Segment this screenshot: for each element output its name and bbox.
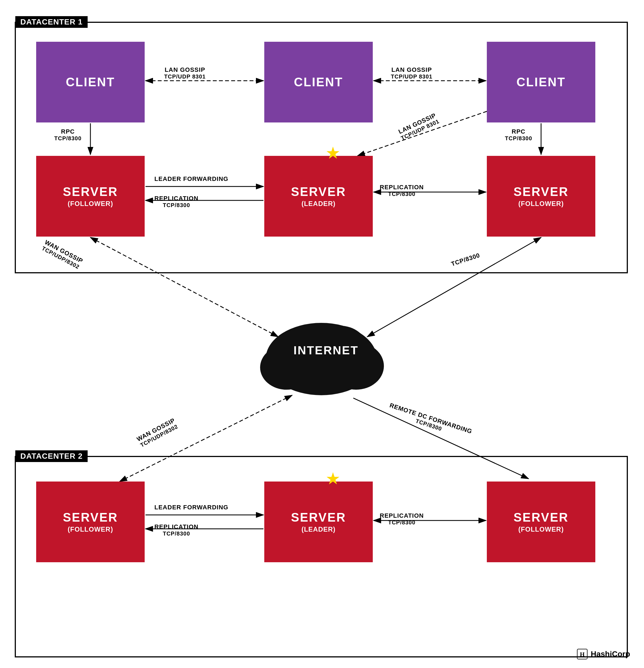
server-dc1-follower-right-label: SERVER <box>514 185 569 199</box>
client1-label: CLIENT <box>66 75 115 89</box>
svg-point-15 <box>266 323 377 395</box>
server-dc2-leader-label: SERVER <box>291 511 346 525</box>
server-dc1-follower-right: SERVER (FOLLOWER) <box>487 156 595 237</box>
lan-gossip-text-1: LAN GOSSIP <box>165 66 205 73</box>
server-dc2-leader: SERVER (LEADER) <box>264 482 373 562</box>
leader-fwd-dc1-text: LEADER FORWARDING <box>154 175 229 182</box>
replication-dc1-right-text: REPLICATION <box>380 184 424 191</box>
replication-dc2-left: REPLICATION TCP/8300 <box>154 523 198 537</box>
replication-dc2-right-port: TCP/8300 <box>380 519 424 526</box>
server-dc1-follower-right-subtitle: (FOLLOWER) <box>518 200 564 208</box>
internet-label: INTERNET <box>294 344 359 357</box>
client3-box: CLIENT <box>487 42 595 122</box>
rpc-label-1: RPC TCP/8300 <box>54 128 81 142</box>
leader-fwd-dc2-text: LEADER FORWARDING <box>154 504 229 511</box>
client1-box: CLIENT <box>36 42 145 122</box>
server-dc1-leader: SERVER (LEADER) <box>264 156 373 237</box>
server-dc2-follower-right-label: SERVER <box>514 511 569 525</box>
server-dc1-follower-left-subtitle: (FOLLOWER) <box>67 200 113 208</box>
wan-gossip-dc1: WAN GOSSIP TCP/UDP/8302 <box>40 239 84 271</box>
rpc-port-1: TCP/8300 <box>54 135 81 142</box>
replication-dc2-right-text: REPLICATION <box>380 512 424 519</box>
svg-text:H: H <box>580 651 585 658</box>
replication-dc1-right: REPLICATION TCP/8300 <box>380 184 424 197</box>
replication-dc1-left: REPLICATION TCP/8300 <box>154 195 198 209</box>
svg-line-13 <box>90 238 278 337</box>
server-dc2-follower-right-subtitle: (FOLLOWER) <box>518 526 564 533</box>
tcp8300-dc1-right: TCP/8300 <box>450 252 481 268</box>
rpc-text-2: RPC <box>512 128 525 135</box>
server-dc2-follower-left-label: SERVER <box>63 511 118 525</box>
replication-dc1-right-port: TCP/8300 <box>380 191 424 197</box>
client2-label: CLIENT <box>294 75 343 89</box>
replication-dc2-right: REPLICATION TCP/8300 <box>380 512 424 526</box>
lan-gossip-diagonal: LAN GOSSIP TCP/UDP 8301 <box>397 111 440 142</box>
server-dc2-follower-left-subtitle: (FOLLOWER) <box>67 526 113 533</box>
server-dc1-follower-left: SERVER (FOLLOWER) <box>36 156 145 237</box>
client2-box: CLIENT <box>264 42 373 122</box>
tcp8300-dc1-right-text: TCP/8300 <box>450 252 481 268</box>
replication-dc1-left-text: REPLICATION <box>154 195 198 202</box>
datacenter2-label: DATACENTER 2 <box>15 450 88 462</box>
server-dc2-leader-subtitle: (LEADER) <box>301 526 336 533</box>
hashicorp-icon: H <box>577 649 588 660</box>
replication-dc1-left-port: TCP/8300 <box>154 202 198 209</box>
lan-gossip-port-2: TCP/UDP 8301 <box>391 74 432 80</box>
dc2-leader-star: ★ <box>326 470 341 487</box>
client3-label: CLIENT <box>517 75 566 89</box>
wan-gossip-dc2: WAN GOSSIP TCP/UDP/8302 <box>136 417 179 449</box>
svg-line-21 <box>353 398 529 479</box>
lan-gossip-port-1: TCP/UDP 8301 <box>164 74 206 80</box>
replication-dc2-left-port: TCP/8300 <box>154 531 198 537</box>
leader-forwarding-dc2: LEADER FORWARDING <box>154 504 229 511</box>
datacenter1-label: DATACENTER 1 <box>15 16 88 28</box>
hashicorp-text: HashiCorp <box>591 650 630 658</box>
svg-line-14 <box>367 238 541 337</box>
server-dc1-leader-subtitle: (LEADER) <box>301 200 336 208</box>
server-dc1-follower-left-label: SERVER <box>63 185 118 199</box>
replication-dc2-left-text: REPLICATION <box>154 523 198 530</box>
lan-gossip-label-1: LAN GOSSIP TCP/UDP 8301 <box>164 66 206 80</box>
leader-forwarding-dc1: LEADER FORWARDING <box>154 175 229 183</box>
rpc-port-2: TCP/8300 <box>505 135 532 142</box>
lan-gossip-label-2: LAN GOSSIP TCP/UDP 8301 <box>391 66 432 80</box>
hashicorp-logo: H HashiCorp <box>577 649 630 660</box>
rpc-label-2: RPC TCP/8300 <box>505 128 532 142</box>
server-dc2-follower-left: SERVER (FOLLOWER) <box>36 482 145 562</box>
remote-dc-forwarding-label: REMOTE DC FORWARDING TCP/8300 <box>387 401 473 441</box>
dc1-leader-star: ★ <box>326 145 341 162</box>
server-dc1-leader-label: SERVER <box>291 185 346 199</box>
main-container: DATACENTER 1 DATACENTER 2 CLIENT CLIENT … <box>0 0 644 668</box>
rpc-text-1: RPC <box>61 128 75 135</box>
server-dc2-follower-right: SERVER (FOLLOWER) <box>487 482 595 562</box>
lan-gossip-text-2: LAN GOSSIP <box>391 66 432 73</box>
